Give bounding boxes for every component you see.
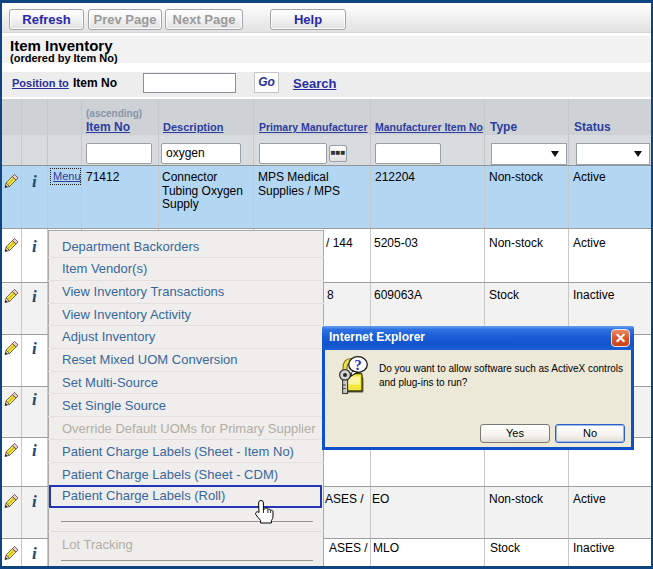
svg-text:?: ? — [354, 357, 362, 373]
